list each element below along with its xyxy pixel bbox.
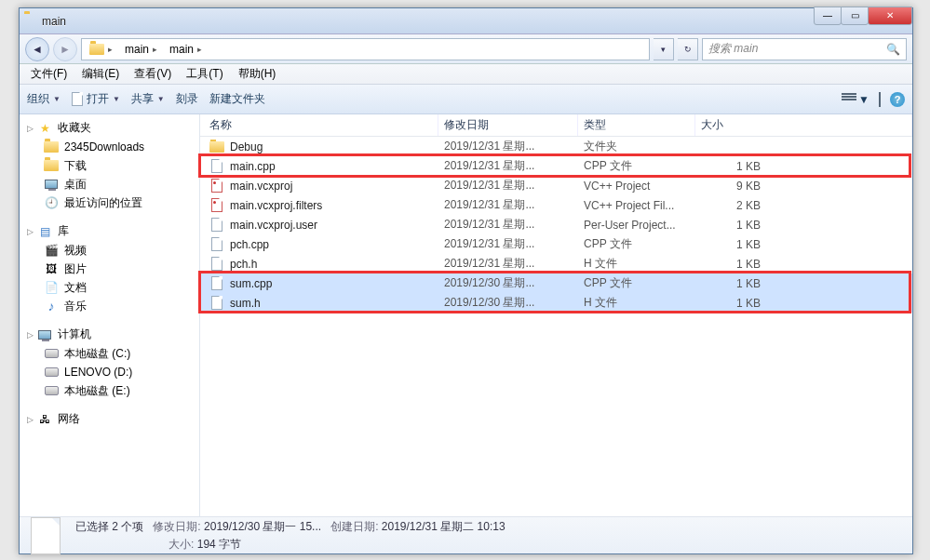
file-type: CPP 文件 bbox=[578, 158, 695, 174]
file-type: H 文件 bbox=[578, 256, 695, 272]
file-size: 1 KB bbox=[695, 238, 788, 251]
library-icon: ▤ bbox=[37, 224, 52, 239]
status-create-value: 2019/12/31 星期二 10:13 bbox=[382, 520, 505, 533]
video-icon: 🎬 bbox=[44, 243, 59, 258]
search-input[interactable]: 搜索 main 🔍 bbox=[702, 38, 907, 60]
file-size: 9 KB bbox=[695, 180, 788, 193]
column-date[interactable]: 修改日期 bbox=[438, 114, 578, 136]
menu-tools[interactable]: 工具(T) bbox=[179, 64, 230, 84]
history-dropdown[interactable]: ▾ bbox=[654, 38, 674, 60]
file-size: 1 KB bbox=[695, 258, 788, 271]
sidebar-item-music[interactable]: ♪音乐 bbox=[20, 297, 199, 315]
sidebar-item-videos[interactable]: 🎬视频 bbox=[20, 241, 199, 260]
explorer-window: main — ▭ ✕ ◄ ► ▸ main▸ main▸ ▾ ↻ 搜索 main… bbox=[19, 7, 913, 554]
sidebar-item-drive-d[interactable]: LENOVO (D:) bbox=[20, 363, 199, 381]
sidebar-item-drive-e[interactable]: 本地磁盘 (E:) bbox=[20, 381, 199, 400]
sidebar-computer[interactable]: ▷计算机 bbox=[20, 325, 199, 344]
help-icon[interactable]: ? bbox=[890, 92, 905, 107]
file-date: 2019/12/31 星期... bbox=[438, 236, 578, 252]
file-row[interactable]: sum.h2019/12/30 星期...H 文件1 KB bbox=[200, 293, 912, 313]
status-bar: 已选择 2 个项 修改日期: 2019/12/30 星期一 15... 创建日期… bbox=[20, 516, 912, 553]
file-type: VC++ Project bbox=[578, 180, 695, 193]
file-icon bbox=[209, 276, 224, 291]
menu-view[interactable]: 查看(V) bbox=[127, 64, 179, 84]
minimize-button[interactable]: — bbox=[814, 7, 842, 25]
navbar: ◄ ► ▸ main▸ main▸ ▾ ↻ 搜索 main 🔍 bbox=[20, 34, 912, 64]
preview-pane-button[interactable] bbox=[879, 93, 881, 106]
file-date: 2019/12/31 星期... bbox=[438, 217, 578, 233]
file-row[interactable]: main.vcxproj.filters2019/12/31 星期...VC++… bbox=[200, 195, 912, 215]
open-button[interactable]: 打开 ▼ bbox=[72, 91, 120, 107]
file-icon bbox=[209, 296, 224, 311]
breadcrumb-item[interactable]: main bbox=[125, 43, 149, 56]
burn-button[interactable]: 刻录 bbox=[176, 91, 198, 107]
file-icon bbox=[209, 218, 224, 233]
file-date: 2019/12/31 星期... bbox=[438, 178, 578, 193]
file-name: sum.cpp bbox=[230, 277, 272, 290]
file-icon bbox=[209, 237, 224, 252]
back-button[interactable]: ◄ bbox=[25, 37, 49, 61]
close-button[interactable]: ✕ bbox=[868, 7, 912, 25]
file-size: 2 KB bbox=[695, 199, 788, 212]
share-button[interactable]: 共享 ▼ bbox=[131, 91, 165, 107]
sidebar-libraries[interactable]: ▷▤库 bbox=[20, 221, 199, 241]
file-icon bbox=[209, 257, 224, 272]
file-rows: Debug2019/12/31 星期...文件夹main.cpp2019/12/… bbox=[200, 137, 912, 516]
sidebar-item-recent[interactable]: 🕘最近访问的位置 bbox=[20, 193, 199, 212]
document-icon: 📄 bbox=[44, 280, 59, 295]
menu-edit[interactable]: 编辑(E) bbox=[74, 64, 127, 84]
sidebar-item-drive-c[interactable]: 本地磁盘 (C:) bbox=[20, 344, 199, 363]
column-headers: 名称 修改日期 类型 大小 bbox=[200, 114, 912, 137]
file-date: 2019/12/31 星期... bbox=[438, 158, 578, 174]
menu-help[interactable]: 帮助(H) bbox=[231, 64, 284, 84]
column-name[interactable]: 名称 bbox=[200, 114, 438, 136]
file-name: main.vcxproj.user bbox=[230, 219, 317, 232]
sidebar-item-downloads[interactable]: 下载 bbox=[20, 156, 199, 175]
sidebar-network[interactable]: ▷🖧网络 bbox=[20, 409, 199, 429]
new-folder-button[interactable]: 新建文件夹 bbox=[209, 91, 265, 107]
titlebar[interactable]: main — ▭ ✕ bbox=[20, 8, 912, 34]
refresh-button[interactable]: ↻ bbox=[678, 38, 698, 60]
file-list: 名称 修改日期 类型 大小 Debug2019/12/31 星期...文件夹ma… bbox=[200, 114, 912, 516]
column-type[interactable]: 类型 bbox=[578, 114, 695, 136]
file-row[interactable]: Debug2019/12/31 星期...文件夹 bbox=[200, 137, 912, 156]
file-type: 文件夹 bbox=[578, 139, 695, 154]
computer-icon bbox=[38, 330, 51, 340]
sidebar-item-pictures[interactable]: 🖼图片 bbox=[20, 260, 199, 278]
file-preview-icon bbox=[31, 517, 61, 554]
file-row[interactable]: sum.cpp2019/12/30 星期...CPP 文件1 KB bbox=[200, 273, 912, 293]
status-mod-value: 2019/12/30 星期一 15... bbox=[204, 520, 321, 533]
forward-button[interactable]: ► bbox=[53, 37, 77, 61]
menu-file[interactable]: 文件(F) bbox=[23, 64, 74, 84]
breadcrumb-item[interactable]: main bbox=[169, 43, 194, 56]
column-size[interactable]: 大小 bbox=[695, 114, 912, 136]
organize-button[interactable]: 组织 ▼ bbox=[27, 91, 61, 107]
folder-icon bbox=[44, 160, 59, 171]
search-icon[interactable]: 🔍 bbox=[886, 43, 900, 56]
breadcrumb[interactable]: ▸ main▸ main▸ bbox=[81, 38, 650, 60]
file-size: 1 KB bbox=[695, 219, 788, 232]
sidebar-item-desktop[interactable]: 桌面 bbox=[20, 175, 199, 193]
file-icon bbox=[209, 159, 224, 174]
view-mode-button[interactable]: ▼ bbox=[842, 93, 869, 106]
file-date: 2019/12/31 星期... bbox=[438, 139, 578, 154]
file-row[interactable]: pch.cpp2019/12/31 星期...CPP 文件1 KB bbox=[200, 234, 912, 254]
desktop-icon bbox=[45, 180, 58, 189]
file-row[interactable]: main.vcxproj.user2019/12/31 星期...Per-Use… bbox=[200, 215, 912, 234]
file-date: 2019/12/31 星期... bbox=[438, 197, 578, 213]
file-row[interactable]: main.vcxproj2019/12/31 星期...VC++ Project… bbox=[200, 176, 912, 195]
file-name: pch.cpp bbox=[230, 238, 269, 251]
maximize-button[interactable]: ▭ bbox=[841, 7, 869, 25]
sidebar-favorites[interactable]: ▷★收藏夹 bbox=[20, 118, 199, 138]
file-name: main.vcxproj bbox=[230, 180, 292, 193]
search-placeholder: 搜索 main bbox=[708, 41, 758, 57]
file-name: main.vcxproj.filters bbox=[230, 199, 322, 212]
picture-icon: 🖼 bbox=[44, 261, 59, 276]
file-row[interactable]: main.cpp2019/12/31 星期...CPP 文件1 KB bbox=[200, 156, 912, 176]
menubar: 文件(F) 编辑(E) 查看(V) 工具(T) 帮助(H) bbox=[20, 64, 912, 85]
file-row[interactable]: pch.h2019/12/31 星期...H 文件1 KB bbox=[200, 254, 912, 273]
drive-icon bbox=[45, 386, 59, 395]
sidebar-item-2345downloads[interactable]: 2345Downloads bbox=[20, 138, 199, 156]
sidebar: ▷★收藏夹 2345Downloads 下载 桌面 🕘最近访问的位置 ▷▤库 🎬… bbox=[20, 114, 200, 516]
sidebar-item-documents[interactable]: 📄文档 bbox=[20, 278, 199, 297]
